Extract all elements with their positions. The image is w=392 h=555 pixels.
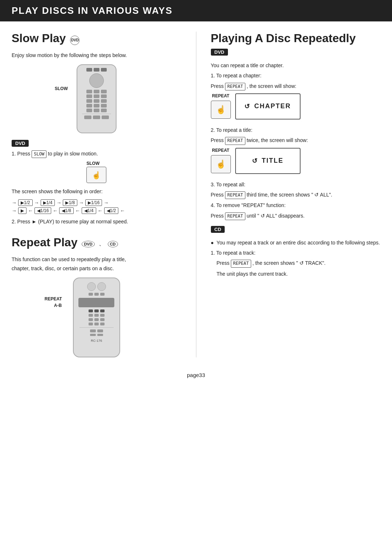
repeat-remote-wrap: REPEAT A-B xyxy=(12,278,181,357)
cd-step1-press: Press REPEAT , the screen shows " ↺ TRAC… xyxy=(211,259,381,267)
repeat-step3-label: 3. To repeat all: xyxy=(211,181,381,189)
hand-press-icon: ☝ xyxy=(92,171,101,179)
page-number-text: page33 xyxy=(187,372,205,378)
slow-play-remote-wrap: SLOW xyxy=(12,64,181,133)
slow-label2: SLOW xyxy=(86,161,99,166)
ab-label: A-B xyxy=(54,303,62,308)
arrow-sequence: → ▶1/2 → ▶1/4 → ▶1/8 → ▶1/16 → ← ◀1/2 ← … xyxy=(12,199,181,214)
repeat-button-box-1: ☝ xyxy=(211,101,231,119)
repeat-step2: Press REPEAT twice, the screen will show… xyxy=(211,136,381,145)
slow-step1: 1. Press SLOW to play in slow motion. xyxy=(12,150,181,158)
remote-display xyxy=(78,298,114,307)
remote-model-label: RC-176 xyxy=(91,339,102,343)
dvd-badge-repeat: DVD xyxy=(211,49,228,56)
screen-order-text: The screen shows the following in order: xyxy=(12,187,181,195)
repeat-remote-label: REPEAT xyxy=(45,296,62,301)
chapter-screen-box: ↺ CHAPTER xyxy=(235,93,301,119)
repeat-text-2: REPEAT xyxy=(212,148,229,153)
slow-label: SLOW xyxy=(55,86,68,91)
hand-icon-2: ☝ xyxy=(216,159,226,169)
repeat-btn-4: REPEAT xyxy=(225,212,245,220)
repeat-step1-label: 1. To repeat a chapter: xyxy=(211,72,381,80)
cd-bullet: ● You may repeat a track or an entire di… xyxy=(211,239,381,247)
slow-play-title: Slow Play xyxy=(12,32,66,45)
repeat-text-1: REPEAT xyxy=(212,93,229,98)
chapter-text: CHAPTER xyxy=(254,102,291,110)
dvd-disc-badge: DVD xyxy=(82,241,94,247)
repeat-desc1: This function can be used to repeatedly … xyxy=(12,256,181,263)
repeat-arrow-icon-2: ↺ xyxy=(252,157,258,165)
repeat-step4-label: 4. To remove "REPEAT" function: xyxy=(211,201,381,209)
repeat-btn-cd: REPEAT xyxy=(231,260,251,267)
remote-illustration xyxy=(77,64,117,133)
comma-sep: 、 xyxy=(99,241,103,247)
repeat-step3: Press REPEAT third time, the screen show… xyxy=(211,191,381,199)
slow-play-desc: Enjoy slow motion by the following the s… xyxy=(12,52,181,59)
page-title: PLAY DISCS IN VARIOUS WAYS xyxy=(12,5,173,16)
repeat-step1: Press REPEAT , the screen will show: xyxy=(211,82,381,90)
repeat-step4: Press REPEAT until " ↺ ALL" disappears. xyxy=(211,212,381,220)
repeat-left-2: REPEAT ☝ xyxy=(211,148,231,173)
repeat-can-text: You can repeat a title or chapter. xyxy=(211,61,381,69)
cd-step1-note: The unit plays the current track. xyxy=(217,270,381,278)
title-display-group: REPEAT ☝ ↺ TITLE xyxy=(211,148,381,174)
dvd-badge-slow: DVD xyxy=(12,140,29,147)
title-text: TITLE xyxy=(262,157,283,165)
repeat-left-1: REPEAT ☝ xyxy=(211,93,231,119)
slow-step2: 2. Press ► (PLAY) to resume play at norm… xyxy=(12,218,181,226)
repeat-btn-3: REPEAT xyxy=(225,191,245,199)
arrow-line-1: → ▶1/2 → ▶1/4 → ▶1/8 → ▶1/16 → xyxy=(12,199,181,206)
page-number: page33 xyxy=(0,372,392,385)
repeat-desc2: chapter, track, disc, or certain parts o… xyxy=(12,265,181,272)
chapter-display-group: REPEAT ☝ ↺ CHAPTER xyxy=(211,93,381,119)
title-screen-box: ↺ TITLE xyxy=(235,148,301,174)
playing-repeatedly-title: Playing A Disc Repeatedly xyxy=(211,32,356,45)
slow-play-section: Slow Play DVD Enjoy slow motion by the f… xyxy=(12,32,181,226)
repeat-play-title: Repeat Play xyxy=(12,236,77,249)
cd-section: CD ● You may repeat a track or an entire… xyxy=(211,226,381,278)
slow-button-box: ☝ xyxy=(86,167,106,183)
slow-btn-label: SLOW xyxy=(32,150,46,158)
repeat-btn-1: REPEAT xyxy=(225,83,245,90)
page-header: PLAY DISCS IN VARIOUS WAYS xyxy=(0,0,392,21)
repeat-button-box-2: ☝ xyxy=(211,155,231,173)
repeat-step2-label: 2. To repeat a title: xyxy=(211,126,381,134)
slow-hand-wrap: SLOW ☝ xyxy=(12,161,181,183)
page-body: Slow Play DVD Enjoy slow motion by the f… xyxy=(0,32,392,357)
dvd-section: DVD You can repeat a title or chapter. 1… xyxy=(211,49,381,220)
slow-play-disc-label: DVD xyxy=(70,36,79,45)
cd-disc-badge: CD xyxy=(108,241,118,247)
hand-icon-1: ☝ xyxy=(216,105,226,114)
cd-badge: CD xyxy=(211,226,225,233)
repeat-btn-2: REPEAT xyxy=(225,137,245,145)
cd-step1: 1. To repeat a track: xyxy=(211,249,381,257)
arrow-line-2: ← ◀1/2 ← ◀1/4 ← ◀1/8 ← ◀1/16 ← ▶ → xyxy=(12,207,181,214)
repeat-play-section: Repeat Play DVD 、 CD This function can b… xyxy=(12,236,181,357)
left-column: Slow Play DVD Enjoy slow motion by the f… xyxy=(12,32,196,357)
repeat-remote-illustration: RC-176 xyxy=(73,278,120,357)
right-column: Playing A Disc Repeatedly DVD You can re… xyxy=(196,32,381,357)
repeat-arrow-icon-1: ↺ xyxy=(244,102,250,110)
